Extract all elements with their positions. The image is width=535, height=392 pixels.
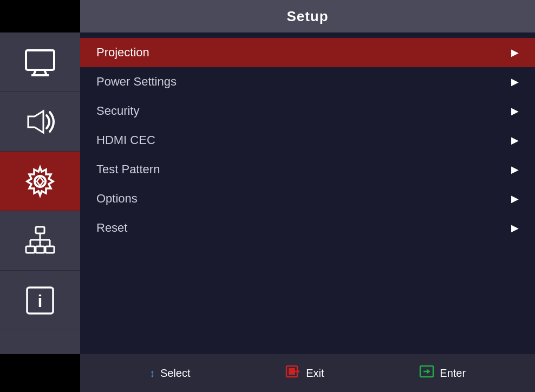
projection-arrow: ▶	[511, 47, 519, 58]
sidebar-item-info[interactable]: i	[0, 271, 80, 330]
hdmi-cec-arrow: ▶	[511, 134, 519, 146]
enter-icon	[419, 365, 434, 381]
info-icon: i	[23, 283, 57, 318]
svg-marker-6	[37, 177, 43, 186]
svg-rect-9	[36, 246, 44, 253]
header: Setup	[80, 0, 535, 32]
footer-select-label: Select	[160, 367, 191, 380]
menu-item-reset-label: Reset	[96, 221, 127, 235]
menu-item-security-label: Security	[96, 104, 139, 118]
sidebar-item-audio[interactable]	[0, 92, 80, 152]
sidebar: i	[0, 32, 80, 354]
svg-rect-0	[26, 50, 54, 70]
footer: ↕ Select Exit	[80, 354, 535, 392]
menu-item-reset[interactable]: Reset ▶	[80, 213, 535, 243]
menu-item-test-pattern[interactable]: Test Pattern ▶	[80, 155, 535, 184]
svg-marker-21	[297, 369, 299, 374]
select-updown-icon: ↕	[149, 368, 155, 378]
footer-exit-label: Exit	[306, 367, 324, 380]
setup-gear-icon	[23, 164, 57, 199]
footer-select: ↕ Select	[149, 367, 191, 380]
sidebar-footer-spacer	[0, 354, 80, 392]
footer-enter: Enter	[419, 365, 466, 381]
svg-marker-4	[28, 111, 43, 133]
svg-rect-10	[45, 246, 54, 253]
svg-text:i: i	[38, 291, 43, 311]
reset-arrow: ▶	[511, 222, 519, 234]
footer-enter-label: Enter	[440, 367, 466, 380]
menu-item-projection[interactable]: Projection ▶	[80, 38, 535, 67]
menu-item-security[interactable]: Security ▶	[80, 96, 535, 126]
menu-item-hdmi-cec-label: HDMI CEC	[96, 133, 155, 147]
menu-area: Projection ▶ Power Settings ▶ Security ▶…	[80, 32, 535, 354]
svg-marker-24	[427, 369, 430, 374]
network-icon	[23, 224, 57, 258]
sidebar-item-network[interactable]	[0, 211, 80, 271]
menu-item-projection-label: Projection	[96, 45, 149, 60]
svg-rect-8	[26, 246, 35, 253]
sidebar-item-setup[interactable]	[0, 152, 80, 211]
menu-item-test-pattern-label: Test Pattern	[96, 162, 160, 177]
power-settings-arrow: ▶	[511, 76, 519, 88]
security-arrow: ▶	[511, 105, 519, 117]
test-pattern-arrow: ▶	[511, 164, 519, 175]
content-area: i Projection ▶ Power Settings ▶ Security…	[0, 32, 535, 354]
sidebar-item-display[interactable]	[0, 32, 80, 92]
options-arrow: ▶	[511, 193, 519, 205]
menu-item-hdmi-cec[interactable]: HDMI CEC ▶	[80, 126, 535, 155]
main-container: Setup	[0, 0, 535, 392]
footer-exit: Exit	[285, 365, 324, 381]
exit-icon	[285, 365, 301, 381]
menu-item-power-settings-label: Power Settings	[96, 75, 177, 89]
page-title: Setup	[286, 8, 328, 25]
display-icon	[23, 45, 57, 80]
menu-item-power-settings[interactable]: Power Settings ▶	[80, 67, 535, 96]
menu-item-options[interactable]: Options ▶	[80, 184, 535, 213]
menu-item-options-label: Options	[96, 192, 138, 206]
svg-rect-7	[36, 227, 44, 233]
audio-icon	[23, 104, 57, 139]
